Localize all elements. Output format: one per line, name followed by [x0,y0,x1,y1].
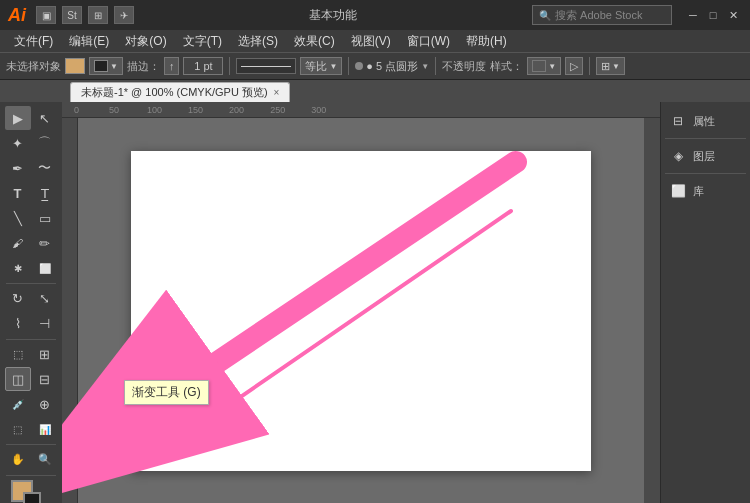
menu-view[interactable]: 视图(V) [343,31,399,52]
eyedropper-tool[interactable]: 💉 [5,392,31,416]
curvature-tool[interactable]: 〜 [32,156,58,180]
menu-window[interactable]: 窗口(W) [399,31,458,52]
tab-bar: 未标题-1* @ 100% (CMYK/GPU 预览) × [0,80,750,102]
mesh-tool[interactable]: ⊟ [32,367,58,391]
shape-builder-tool[interactable]: ⊞ [32,342,58,366]
toolbar-sep-1 [6,283,56,284]
layers-icon: ◈ [669,147,687,165]
tool-row-6: 🖌 ✏ [5,231,58,255]
toolbar: ▶ ↖ ✦ ⌒ ✒ 〜 T T̲ ╲ ▭ 🖌 ✏ ✱ ⬜ ↻ ⤡ [0,102,62,503]
touch-type-tool[interactable]: T̲ [32,181,58,205]
stroke-label: 描边： [127,59,160,74]
tool-row-10: ⬚ ⊞ [5,342,58,366]
icon-3[interactable]: ⊞ [88,6,108,24]
type-tool[interactable]: T [5,181,31,205]
sep-4 [589,57,590,75]
rotate-tool[interactable]: ↻ [5,287,31,311]
layers-panel-item[interactable]: ◈ 图层 [665,141,746,171]
hand-tool[interactable]: ✋ [5,448,31,472]
opacity-label: 不透明度 [442,59,486,74]
icon-4[interactable]: ✈ [114,6,134,24]
menu-object[interactable]: 对象(O) [117,31,174,52]
background-color-swatch[interactable] [23,492,41,503]
sep-2 [348,57,349,75]
brush-preview[interactable]: ● 5 点圆形 ▼ [355,59,429,74]
stroke-type-dropdown[interactable]: 等比 ▼ [300,57,342,75]
tool-row-13: ⬚ 📊 [5,417,58,441]
menu-help[interactable]: 帮助(H) [458,31,515,52]
lasso-tool[interactable]: ⌒ [32,131,58,155]
menu-select[interactable]: 选择(S) [230,31,286,52]
eraser-tool[interactable]: ⬜ [32,256,58,280]
paintbrush-tool[interactable]: 🖌 [5,231,31,255]
toolbar-sep-4 [6,475,56,476]
svg-line-0 [191,211,511,431]
sep-1 [229,57,230,75]
pencil-tool[interactable]: ✏ [32,231,58,255]
style-label: 样式： [490,59,523,74]
fill-swatch[interactable] [65,58,85,74]
free-transform-tool[interactable]: ⬚ [5,342,31,366]
tool-row-11: ◫ ⊟ [5,367,58,391]
properties-label: 属性 [693,114,715,129]
rect-tool[interactable]: ▭ [32,206,58,230]
library-panel-item[interactable]: ⬜ 库 [665,176,746,206]
artboard-tool[interactable]: ⬚ [5,417,31,441]
window-controls: ─ □ ✕ [684,6,742,24]
stroke-up-btn[interactable]: ↑ [164,57,180,75]
minimize-button[interactable]: ─ [684,6,702,24]
direct-selection-tool[interactable]: ↖ [32,106,58,130]
layers-label: 图层 [693,149,715,164]
properties-panel-item[interactable]: ⊟ 属性 [665,106,746,136]
close-button[interactable]: ✕ [724,6,742,24]
tooltip-gradient: 渐变工具 (G) [124,380,209,405]
workspace-label: 基本功能 [134,7,532,24]
color-swatch-area [11,480,51,497]
tooltip-text: 渐变工具 (G) [132,385,201,399]
menu-file[interactable]: 文件(F) [6,31,61,52]
arrange-dropdown[interactable]: ⊞ ▼ [596,57,625,75]
toolbar-sep-3 [6,444,56,445]
line-tool[interactable]: ╲ [5,206,31,230]
selection-tool[interactable]: ▶ [5,106,31,130]
tool-row-7: ✱ ⬜ [5,256,58,280]
maximize-button[interactable]: □ [704,6,722,24]
menu-effect[interactable]: 效果(C) [286,31,343,52]
title-bar-right: 🔍 搜索 Adobe Stock ─ □ ✕ [532,5,742,25]
stroke-type-label: 等比 [305,59,327,74]
warp-tool[interactable]: ⌇ [5,312,31,336]
icon-2[interactable]: St [62,6,82,24]
canvas-content [78,118,644,503]
document-tab[interactable]: 未标题-1* @ 100% (CMYK/GPU 预览) × [70,82,290,102]
zoom-tool[interactable]: 🔍 [32,448,58,472]
panel-sep-1 [665,138,746,139]
tool-row-4: T T̲ [5,181,58,205]
canvas-area: 0 50 100 150 200 250 300 渐变工具 (G) [62,102,660,503]
menu-edit[interactable]: 编辑(E) [61,31,117,52]
width-tool[interactable]: ⊣ [32,312,58,336]
menu-type[interactable]: 文字(T) [175,31,230,52]
artboard[interactable] [131,151,591,471]
tool-row-1: ▶ ↖ [5,106,58,130]
blob-brush-tool[interactable]: ✱ [5,256,31,280]
tool-row-9: ⌇ ⊣ [5,312,58,336]
icon-1[interactable]: ▣ [36,6,56,24]
blend-tool[interactable]: ⊕ [32,392,58,416]
fill-dropdown[interactable]: ▼ [89,57,123,75]
style-dropdown[interactable]: ▼ [527,57,561,75]
scrollbar-right[interactable] [644,118,660,503]
stroke-preview[interactable] [236,58,296,74]
pen-tool[interactable]: ✒ [5,156,31,180]
chart-tool[interactable]: 📊 [32,417,58,441]
stroke-value[interactable]: 1 pt [183,57,223,75]
menu-bar: 文件(F) 编辑(E) 对象(O) 文字(T) 选择(S) 效果(C) 视图(V… [0,30,750,52]
tab-close-button[interactable]: × [274,87,280,98]
magic-wand-tool[interactable]: ✦ [5,131,31,155]
gradient-tool[interactable]: ◫ [5,367,31,391]
artboard-content [131,151,591,471]
tool-row-2: ✦ ⌒ [5,131,58,155]
search-box[interactable]: 🔍 搜索 Adobe Stock [532,5,672,25]
no-selection-label: 未选择对象 [6,59,61,74]
scale-tool[interactable]: ⤡ [32,287,58,311]
extra-dropdown[interactable]: ▷ [565,57,583,75]
